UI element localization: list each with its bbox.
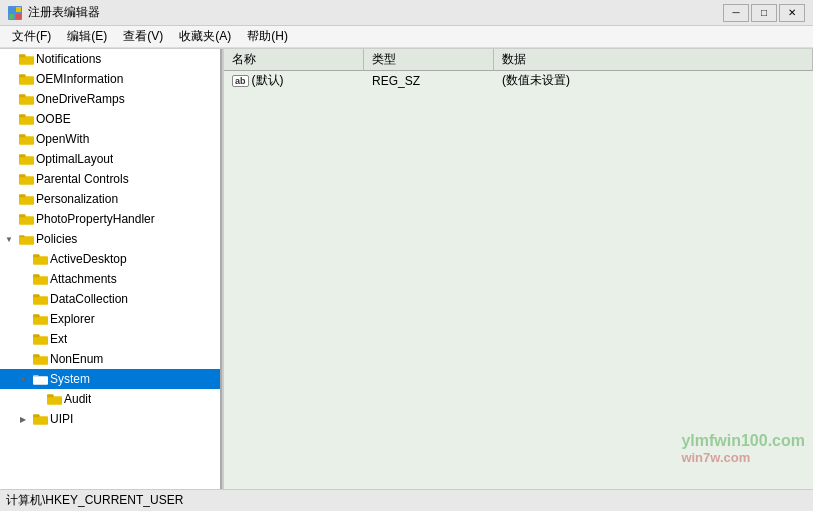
tree-item-policies[interactable]: ▼ Policies (0, 229, 220, 249)
svg-rect-13 (19, 134, 26, 137)
cell-type: REG_SZ (364, 73, 494, 89)
tree-item-attachments[interactable]: Attachments (0, 269, 220, 289)
tree-item-nonenum[interactable]: NonEnum (0, 349, 220, 369)
tree-item-optimallayout[interactable]: OptimalLayout (0, 149, 220, 169)
tree-item-label: UIPI (50, 412, 73, 426)
svg-rect-9 (19, 94, 26, 97)
folder-icon (18, 192, 34, 206)
tree-item-openwith[interactable]: OpenWith (0, 129, 220, 149)
status-text: 计算机\HKEY_CURRENT_USER (6, 492, 183, 509)
column-headers: 名称 类型 数据 (224, 49, 813, 71)
tree-item-label: Parental Controls (36, 172, 129, 186)
folder-icon (46, 392, 62, 406)
expand-button[interactable]: ▶ (16, 412, 30, 426)
svg-rect-8 (19, 96, 34, 104)
tree-item-label: Attachments (50, 272, 117, 286)
tree-item-label: Ext (50, 332, 67, 346)
tree-item-label: Policies (36, 232, 77, 246)
svg-rect-4 (19, 56, 34, 64)
svg-rect-21 (19, 214, 26, 217)
expand-button[interactable]: ▼ (16, 372, 30, 386)
tree-item-label: OpenWith (36, 132, 89, 146)
cell-value: (数值未设置) (494, 71, 813, 90)
svg-rect-35 (33, 354, 40, 357)
ab-icon: ab (232, 75, 249, 87)
folder-icon (18, 92, 34, 106)
folder-icon (18, 172, 34, 186)
tree-item-notifications[interactable]: Notifications (0, 49, 220, 69)
folder-icon (32, 372, 48, 386)
tree-scroll[interactable]: Notifications OEMInformation OneDriveRam… (0, 49, 220, 489)
folder-icon (18, 212, 34, 226)
window-title: 注册表编辑器 (28, 4, 100, 21)
tree-item-label: OOBE (36, 112, 71, 126)
tree-item-datacollection[interactable]: DataCollection (0, 289, 220, 309)
tree-item-label: NonEnum (50, 352, 103, 366)
maximize-button[interactable]: □ (751, 4, 777, 22)
menu-item-edit[interactable]: 编辑(E) (59, 26, 115, 47)
tree-item-photopropertyhandler[interactable]: PhotoPropertyHandler (0, 209, 220, 229)
right-pane: 名称 类型 数据 ab(默认)REG_SZ(数值未设置) ylmfwin100.… (224, 49, 813, 489)
menu-item-favorites[interactable]: 收藏夹(A) (171, 26, 239, 47)
tree-item-label: OEMInformation (36, 72, 123, 86)
tree-item-label: Audit (64, 392, 91, 406)
tree-item-system[interactable]: ▼ System (0, 369, 220, 389)
tree-item-uipi[interactable]: ▶ UIPI (0, 409, 220, 429)
menu-item-help[interactable]: 帮助(H) (239, 26, 296, 47)
folder-icon (32, 272, 48, 286)
status-bar: 计算机\HKEY_CURRENT_USER (0, 489, 813, 511)
table-row[interactable]: ab(默认)REG_SZ(数值未设置) (224, 71, 813, 91)
data-area[interactable]: ab(默认)REG_SZ(数值未设置) (224, 71, 813, 489)
minimize-button[interactable]: ─ (723, 4, 749, 22)
svg-rect-15 (19, 154, 26, 157)
tree-item-label: OneDriveRamps (36, 92, 125, 106)
svg-rect-39 (47, 394, 54, 397)
svg-rect-32 (33, 336, 48, 344)
svg-rect-41 (33, 414, 40, 417)
tree-item-onedriveramps[interactable]: OneDriveRamps (0, 89, 220, 109)
folder-icon (18, 152, 34, 166)
svg-rect-33 (33, 334, 40, 337)
tree-item-parentalcontrols[interactable]: Parental Controls (0, 169, 220, 189)
svg-rect-30 (33, 316, 48, 324)
svg-rect-12 (19, 136, 34, 144)
tree-item-audit[interactable]: Audit (0, 389, 220, 409)
tree-item-activedesktop[interactable]: ActiveDesktop (0, 249, 220, 269)
close-button[interactable]: ✕ (779, 4, 805, 22)
menu-item-file[interactable]: 文件(F) (4, 26, 59, 47)
tree-item-ext[interactable]: Ext (0, 329, 220, 349)
folder-icon (32, 312, 48, 326)
svg-rect-26 (33, 276, 48, 284)
folder-icon (32, 412, 48, 426)
svg-rect-31 (33, 314, 40, 317)
col-header-name: 名称 (224, 49, 364, 70)
svg-rect-14 (19, 156, 34, 164)
svg-rect-29 (33, 294, 40, 297)
svg-rect-3 (16, 14, 21, 19)
tree-item-oobe[interactable]: OOBE (0, 109, 220, 129)
svg-rect-37 (33, 375, 39, 377)
tree-item-label: ActiveDesktop (50, 252, 127, 266)
folder-icon (18, 232, 34, 246)
svg-rect-5 (19, 54, 26, 57)
tree-pane: Notifications OEMInformation OneDriveRam… (0, 49, 222, 489)
folder-icon (32, 292, 48, 306)
svg-rect-7 (19, 74, 26, 77)
svg-rect-11 (19, 114, 26, 117)
svg-rect-28 (33, 296, 48, 304)
svg-rect-17 (19, 174, 26, 177)
tree-item-label: DataCollection (50, 292, 128, 306)
tree-item-oeminformation[interactable]: OEMInformation (0, 69, 220, 89)
col-header-data: 数据 (494, 49, 813, 70)
menu-item-view[interactable]: 查看(V) (115, 26, 171, 47)
tree-item-explorer[interactable]: Explorer (0, 309, 220, 329)
svg-rect-25 (33, 254, 40, 257)
expand-button[interactable]: ▼ (2, 232, 16, 246)
svg-rect-6 (19, 76, 34, 84)
svg-rect-23 (19, 235, 25, 237)
svg-rect-2 (9, 14, 14, 19)
tree-item-personalization[interactable]: Personalization (0, 189, 220, 209)
svg-rect-24 (33, 256, 48, 264)
folder-icon (32, 332, 48, 346)
svg-rect-18 (19, 196, 34, 204)
